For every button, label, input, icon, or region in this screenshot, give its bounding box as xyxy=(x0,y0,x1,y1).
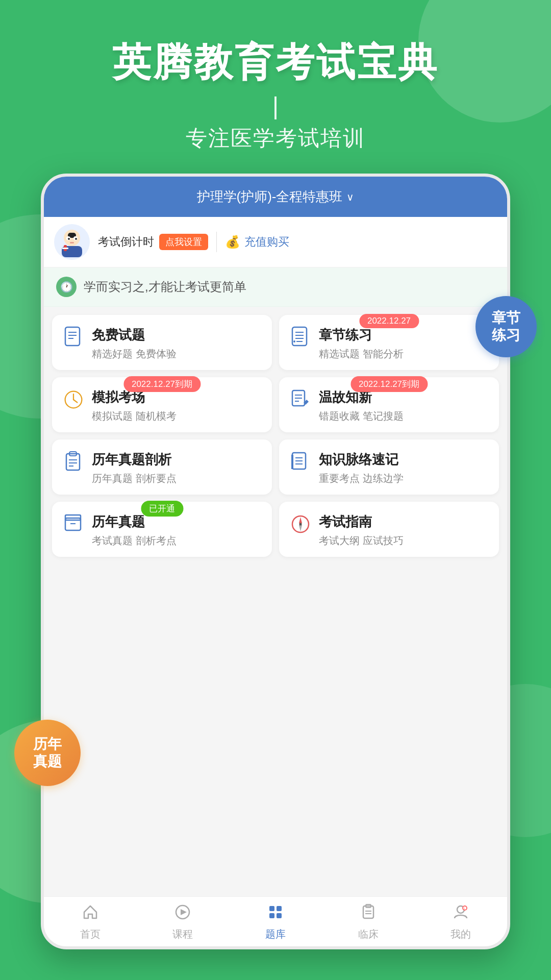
feature-card-past-analysis[interactable]: 历年真题剖析 历年真题 剖析要点 xyxy=(52,439,272,495)
feature-row: 温故知新 错题收藏 笔记搜题 xyxy=(289,388,489,423)
feature-row: 考试指南 考试大纲 应试技巧 xyxy=(289,513,489,548)
grid-icon xyxy=(267,904,284,924)
motto-text: 学而实习之,才能让考试更简单 xyxy=(84,279,246,295)
app-title: 英腾教育考试宝典 xyxy=(0,41,551,84)
play-icon xyxy=(174,904,191,924)
svg-point-18 xyxy=(293,340,295,342)
nav-item-course[interactable]: 课程 xyxy=(137,904,230,941)
feature-content: 温故知新 错题收藏 笔记搜题 xyxy=(319,388,404,423)
review-badge: 2022.12.27到期 xyxy=(350,376,428,392)
header-divider: | xyxy=(0,92,551,120)
nav-item-home[interactable]: 首页 xyxy=(44,904,137,941)
clipboard-list-icon xyxy=(360,904,377,924)
countdown-set-button[interactable]: 点我设置 xyxy=(159,234,208,250)
chevron-down-icon: ∨ xyxy=(346,191,354,203)
nav-item-mine[interactable]: ! 我的 xyxy=(414,904,507,941)
avatar xyxy=(54,224,90,260)
archive-icon xyxy=(62,513,85,535)
feature-content: 知识脉络速记 重要考点 边练边学 xyxy=(319,451,404,485)
motto-bar: 🕐 学而实习之,才能让考试更简单 xyxy=(44,267,507,307)
feature-card-knowledge[interactable]: 知识脉络速记 重要考点 边练边学 xyxy=(279,439,499,495)
feature-content: 章节练习 精选试题 智能分析 xyxy=(319,326,404,361)
countdown-section: 考试倒计时 点我设置 xyxy=(98,234,208,250)
svg-rect-48 xyxy=(269,913,274,918)
nav-label-course: 课程 xyxy=(172,927,193,941)
feature-card-exam-guide[interactable]: 考试指南 考试大纲 应试技巧 xyxy=(279,502,499,557)
bottom-navigation: 首页 课程 xyxy=(44,896,507,946)
svg-marker-45 xyxy=(181,909,187,915)
app-header-section: 英腾教育考试宝典 | 专注医学考试培训 xyxy=(0,0,551,153)
feature-title-exam-guide: 考试指南 xyxy=(319,513,404,531)
vertical-divider xyxy=(216,232,217,252)
feature-desc-free: 精选好题 免费体验 xyxy=(92,347,177,361)
nav-label-clinical: 临床 xyxy=(358,927,379,941)
feature-title-knowledge: 知识脉络速记 xyxy=(319,451,404,469)
svg-text:!: ! xyxy=(464,907,465,910)
feature-card-free-questions[interactable]: 免费试题 精选好题 免费体验 xyxy=(52,315,272,370)
nav-label-mine: 我的 xyxy=(450,927,471,941)
feature-title-past-analysis: 历年真题剖析 xyxy=(92,451,177,469)
chapter-badge: 2022.12.27 xyxy=(359,314,419,328)
feature-row: 历年真题 考试真题 剖析考点 xyxy=(62,513,262,548)
book-icon xyxy=(289,451,312,473)
svg-rect-47 xyxy=(277,906,282,911)
svg-rect-14 xyxy=(292,327,307,346)
course-title: 护理学(护师)-全程特惠班 xyxy=(197,188,343,206)
feature-desc-mock: 模拟试题 随机模考 xyxy=(92,409,177,423)
svg-rect-49 xyxy=(277,913,282,918)
avatar-image xyxy=(57,227,87,257)
feature-content: 历年真题 考试真题 剖析考点 xyxy=(92,513,177,548)
feature-row: 历年真题剖析 历年真题 剖析要点 xyxy=(62,451,262,485)
svg-point-5 xyxy=(68,238,70,240)
feature-card-mock[interactable]: 2022.12.27到期 模拟考场 模拟试题 随机模考 xyxy=(52,377,272,432)
feature-content: 历年真题剖析 历年真题 剖析要点 xyxy=(92,451,177,485)
user-bar-right: 考试倒计时 点我设置 💰 充值购买 xyxy=(98,232,497,252)
clock-icon xyxy=(62,388,85,411)
nav-item-quiz[interactable]: 题库 xyxy=(229,904,322,941)
feature-card-review[interactable]: 2022.12.27到期 温故知新 xyxy=(279,377,499,432)
svg-rect-9 xyxy=(62,248,68,249)
recharge-section[interactable]: 💰 充值购买 xyxy=(225,234,289,250)
recharge-icon: 💰 xyxy=(225,235,240,249)
feature-content: 免费试题 精选好题 免费体验 xyxy=(92,326,177,361)
feature-desc-past-analysis: 历年真题 剖析要点 xyxy=(92,472,177,485)
app-subtitle: 专注医学考试培训 xyxy=(0,124,551,153)
feature-row: 免费试题 精选好题 免费体验 xyxy=(62,326,262,361)
feature-row: 模拟考场 模拟试题 随机模考 xyxy=(62,388,262,423)
feature-title-chapter: 章节练习 xyxy=(319,326,404,344)
svg-point-43 xyxy=(299,523,302,526)
user-info-bar: 考试倒计时 点我设置 💰 充值购买 xyxy=(44,217,507,267)
device-screen: 护理学(护师)-全程特惠班 ∨ xyxy=(44,177,507,946)
home-icon xyxy=(82,904,98,924)
feature-desc-past-exam: 考试真题 剖析考点 xyxy=(92,534,177,548)
recharge-label: 充值购买 xyxy=(244,234,289,250)
device-frame: 护理学(护师)-全程特惠班 ∨ xyxy=(41,174,510,949)
svg-point-6 xyxy=(75,238,77,240)
floating-chapter-badge: 章节练习 xyxy=(475,296,537,357)
compass-icon xyxy=(289,513,312,535)
device-mockup: 护理学(护师)-全程特惠班 ∨ xyxy=(41,174,510,949)
svg-line-22 xyxy=(73,400,77,402)
svg-rect-10 xyxy=(65,327,80,346)
user-icon: ! xyxy=(453,904,469,924)
doc-icon xyxy=(62,326,85,349)
app-top-bar[interactable]: 护理学(护师)-全程特惠班 ∨ xyxy=(44,177,507,217)
clock-icon: 🕐 xyxy=(56,277,77,297)
mock-badge: 2022.12.27到期 xyxy=(123,376,201,392)
nav-label-quiz: 题库 xyxy=(265,927,286,941)
feature-grid: 免费试题 精选好题 免费体验 2022.12.27 xyxy=(44,307,507,565)
clipboard-icon xyxy=(62,451,85,473)
feature-row: 章节练习 精选试题 智能分析 xyxy=(289,326,489,361)
feature-card-past-exam[interactable]: 已开通 历年真题 考试真题 剖析考点 xyxy=(52,502,272,557)
feature-title-free: 免费试题 xyxy=(92,326,177,344)
feature-desc-knowledge: 重要考点 边练边学 xyxy=(319,472,404,485)
past-exam-badge: 已开通 xyxy=(141,501,183,517)
feature-content: 模拟考场 模拟试题 随机模考 xyxy=(92,388,177,423)
feature-row: 知识脉络速记 重要考点 边练边学 xyxy=(289,451,489,485)
nav-item-clinical[interactable]: 临床 xyxy=(322,904,415,941)
feature-desc-review: 错题收藏 笔记搜题 xyxy=(319,409,404,423)
feature-card-chapter[interactable]: 2022.12.27 xyxy=(279,315,499,370)
floating-history-badge: 历年真题 xyxy=(14,720,81,786)
feature-content: 考试指南 考试大纲 应试技巧 xyxy=(319,513,404,548)
list-icon xyxy=(289,326,312,349)
